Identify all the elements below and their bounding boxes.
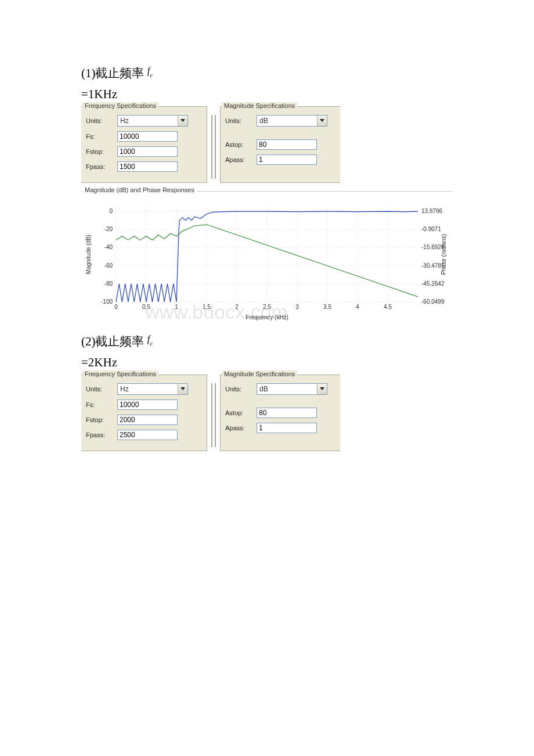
magnitude-spec-panel-2: Magnitude Specifications Units: dB Astop… (220, 375, 340, 451)
fs-label: Fs: (86, 133, 111, 140)
svg-text:-60.0499: -60.0499 (421, 298, 445, 305)
section1-heading: (1)截止频率 fc (81, 65, 453, 81)
freq-spec-legend-1: Frequency Specifications (82, 102, 158, 109)
apass-input-2[interactable] (257, 423, 317, 433)
magnitude-phase-chart: 0-20-40-60-80-10013.8786-0.9071-15.6928-… (81, 196, 453, 324)
fpass-label: Fpass: (86, 431, 111, 438)
frequency-spec-panel-2: Frequency Specifications Units: Hz Fs: F… (81, 375, 207, 451)
svg-text:Magnitude (dB): Magnitude (dB) (85, 235, 92, 274)
astop-input-1[interactable] (257, 139, 317, 150)
freq-units-value-1: Hz (118, 116, 178, 126)
mag-units-dropdown-2[interactable]: dB (257, 383, 327, 395)
chevron-down-icon[interactable] (178, 116, 187, 126)
mag-spec-legend-1: Magnitude Specifications (222, 102, 297, 109)
section2-subheading: =2KHz (81, 355, 453, 370)
svg-text:-45.2642: -45.2642 (421, 280, 445, 287)
freq-spec-legend-2: Frequency Specifications (82, 370, 158, 377)
svg-text:-100: -100 (101, 298, 113, 305)
section1-heading-prefix: (1)截止频率 (81, 66, 145, 80)
svg-text:3.5: 3.5 (323, 304, 331, 310)
svg-text:-0.9071: -0.9071 (421, 226, 441, 232)
response-legend: Magnitude (dB) and Phase Responses (82, 186, 197, 193)
fpass-input-1[interactable] (117, 161, 178, 172)
fstop-input-2[interactable] (117, 415, 178, 425)
fpass-label: Fpass: (86, 163, 111, 170)
units-label: Units: (86, 386, 111, 393)
astop-input-2[interactable] (257, 408, 317, 418)
mag-units-value-1: dB (257, 116, 317, 126)
svg-text:1.5: 1.5 (203, 304, 211, 310)
svg-text:0: 0 (109, 208, 113, 214)
chevron-down-icon[interactable] (178, 384, 187, 394)
mag-units-dropdown-1[interactable]: dB (257, 115, 327, 127)
fstop-input-1[interactable] (117, 146, 178, 157)
svg-text:4.5: 4.5 (384, 304, 392, 310)
svg-text:-80: -80 (104, 280, 113, 287)
svg-text:0.5: 0.5 (142, 304, 150, 310)
fs-input-2[interactable] (117, 399, 178, 410)
freq-units-value-2: Hz (118, 384, 178, 394)
units-label: Units: (86, 117, 111, 124)
svg-text:0: 0 (114, 304, 118, 310)
astop-label: Astop: (225, 409, 251, 416)
panel-divider (211, 106, 217, 183)
panel-divider (211, 375, 217, 451)
svg-text:4: 4 (356, 304, 359, 310)
svg-text:Frequency (kHz): Frequency (kHz) (246, 314, 288, 321)
magnitude-spec-panel-1: Magnitude Specifications Units: dB Astop… (220, 106, 340, 183)
section2-heading-prefix: (2)截止频率 (81, 334, 145, 348)
svg-text:-60: -60 (104, 262, 113, 269)
fstop-label: Fstop: (86, 148, 111, 155)
apass-label: Apass: (225, 424, 251, 431)
mag-units-label: Units: (225, 386, 251, 393)
svg-text:13.8786: 13.8786 (421, 208, 443, 214)
mag-units-label: Units: (225, 117, 251, 124)
spec-panels-2: Frequency Specifications Units: Hz Fs: F… (81, 375, 453, 451)
frequency-spec-panel-1: Frequency Specifications Units: Hz Fs: F… (81, 106, 207, 183)
mag-spec-legend-2: Magnitude Specifications (222, 370, 297, 377)
svg-text:-20: -20 (104, 226, 113, 232)
apass-label: Apass: (225, 156, 251, 163)
section2-heading: (2)截止频率 fc (81, 333, 453, 350)
svg-text:1: 1 (175, 304, 178, 310)
freq-units-dropdown-2[interactable]: Hz (117, 383, 188, 395)
chevron-down-icon[interactable] (317, 384, 327, 394)
astop-label: Astop: (225, 141, 251, 148)
svg-text:Phase (radians): Phase (radians) (441, 234, 447, 275)
fs-input-1[interactable] (117, 131, 178, 142)
section1-subheading: =1KHz (81, 87, 453, 102)
svg-text:3: 3 (295, 304, 299, 310)
chevron-down-icon[interactable] (317, 116, 327, 126)
mag-units-value-2: dB (257, 384, 317, 394)
spec-panels-1: Frequency Specifications Units: Hz Fs: F… (81, 106, 453, 183)
fs-label: Fs: (86, 401, 111, 408)
svg-text:2.5: 2.5 (263, 304, 271, 310)
svg-text:2: 2 (235, 304, 239, 310)
apass-input-1[interactable] (257, 154, 317, 165)
fstop-label: Fstop: (86, 416, 111, 423)
section2-symbol-c: c (150, 340, 153, 347)
section1-symbol-c: c (150, 71, 153, 78)
svg-text:-40: -40 (104, 244, 113, 250)
response-fieldset: Magnitude (dB) and Phase Responses (81, 191, 453, 192)
freq-units-dropdown-1[interactable]: Hz (117, 115, 188, 127)
fpass-input-2[interactable] (117, 430, 178, 440)
